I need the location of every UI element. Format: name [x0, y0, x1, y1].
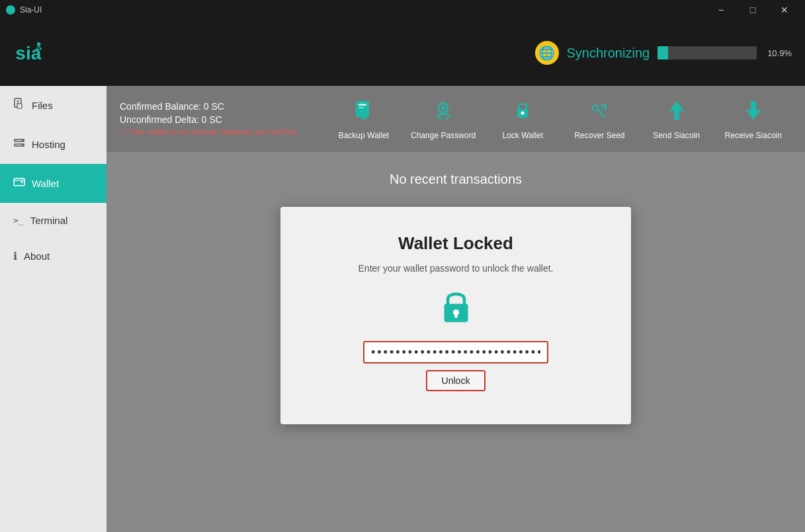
- sidebar: Files Hosting Wallet >_ Terminal ℹ Abo: [0, 86, 106, 532]
- locked-modal: Wallet Locked Enter your wallet password…: [280, 207, 631, 424]
- svg-point-25: [593, 105, 598, 110]
- wallet-icon: [13, 176, 25, 191]
- sync-percent: 10.9%: [767, 48, 792, 58]
- wallet-info: Confirmed Balance: 0 SC Unconfirmed Delt…: [106, 86, 312, 152]
- change-password-label: Change Password: [411, 131, 476, 140]
- warning-icon: ⚠: [120, 128, 127, 137]
- receive-siacoin-label: Receive Siacoin: [725, 131, 782, 140]
- lock-wallet-label: Lock Wallet: [502, 131, 543, 140]
- backup-wallet-label: Backup Wallet: [339, 131, 389, 140]
- sync-progress-fill: [657, 46, 668, 59]
- main-content: Confirmed Balance: 0 SC Unconfirmed Delt…: [106, 86, 805, 532]
- svg-marker-29: [745, 101, 761, 120]
- sidebar-item-wallet[interactable]: Wallet: [0, 164, 106, 203]
- sidebar-item-about[interactable]: ℹ About: [0, 238, 106, 274]
- svg-point-10: [22, 140, 23, 141]
- warning-text: Your wallet is not synced, balances are …: [130, 128, 299, 137]
- svg-point-0: [6, 5, 15, 15]
- window-controls: − □ ✕: [706, 0, 800, 20]
- svg-marker-28: [669, 101, 685, 120]
- lock-wallet-button[interactable]: Lock Wallet: [493, 98, 552, 140]
- password-input[interactable]: [363, 341, 548, 363]
- sync-progress-bar: [657, 46, 757, 59]
- globe-icon: 🌐: [535, 41, 559, 65]
- sia-logo: sia: [13, 36, 66, 69]
- change-password-icon: [431, 98, 455, 127]
- sidebar-item-hosting[interactable]: Hosting: [0, 125, 106, 164]
- svg-point-21: [439, 117, 441, 120]
- svg-rect-15: [356, 101, 369, 117]
- change-password-button[interactable]: Change Password: [411, 98, 476, 140]
- hosting-icon: [13, 137, 25, 152]
- backup-wallet-icon: [352, 98, 376, 127]
- wallet-actions: Backup Wallet Change Password Lock Walle…: [312, 86, 805, 152]
- svg-point-13: [21, 181, 23, 183]
- unconfirmed-delta: Unconfirmed Delta: 0 SC: [120, 114, 299, 125]
- svg-line-26: [597, 110, 605, 117]
- confirmed-balance: Confirmed Balance: 0 SC: [120, 101, 299, 112]
- lock-icon-container: [438, 287, 474, 329]
- receive-siacoin-icon: [741, 98, 765, 127]
- sync-warning: ⚠ Your wallet is not synced, balances ar…: [120, 128, 299, 137]
- app-icon: [5, 5, 16, 15]
- backup-wallet-button[interactable]: Backup Wallet: [334, 98, 394, 140]
- files-label: Files: [32, 100, 53, 111]
- app-title: Sia-UI: [20, 5, 706, 15]
- recover-seed-button[interactable]: Recover Seed: [570, 98, 629, 140]
- app-container: sia 🌐 Synchronizing 10.9% F: [0, 20, 805, 532]
- sidebar-item-terminal[interactable]: >_ Terminal: [0, 203, 106, 238]
- lock-wallet-icon: [511, 98, 534, 127]
- about-label: About: [24, 250, 50, 262]
- locked-title: Wallet Locked: [398, 233, 513, 254]
- maximize-button[interactable]: □: [738, 0, 768, 20]
- lock-large-icon: [438, 287, 474, 326]
- svg-rect-18: [359, 107, 364, 108]
- minimize-button[interactable]: −: [706, 0, 736, 20]
- unlock-button[interactable]: Unlock: [427, 371, 485, 390]
- no-transactions-label: No recent transactions: [390, 172, 522, 187]
- sia-logo-svg: sia: [13, 36, 66, 69]
- sync-label: Synchronizing: [567, 46, 650, 61]
- unlock-btn-wrapper: Unlock: [426, 370, 486, 391]
- svg-rect-9: [17, 104, 22, 108]
- send-siacoin-icon: [665, 98, 689, 127]
- transactions-area: No recent transactions Wallet Locked Ent…: [106, 152, 805, 532]
- close-button[interactable]: ✕: [769, 0, 800, 20]
- files-icon: [13, 98, 25, 113]
- svg-point-24: [521, 111, 525, 114]
- recover-seed-icon: [587, 98, 611, 127]
- recover-seed-label: Recover Seed: [574, 131, 624, 140]
- sync-area: 🌐 Synchronizing 10.9%: [535, 41, 792, 65]
- svg-point-2: [37, 42, 40, 46]
- send-siacoin-label: Send Siacoin: [653, 131, 700, 140]
- send-siacoin-button[interactable]: Send Siacoin: [647, 98, 706, 140]
- locked-subtitle: Enter your wallet password to unlock the…: [359, 263, 554, 274]
- svg-point-11: [22, 145, 23, 146]
- body-area: Files Hosting Wallet >_ Terminal ℹ Abo: [0, 86, 805, 532]
- about-icon: ℹ: [13, 250, 17, 262]
- svg-rect-32: [454, 314, 458, 318]
- sidebar-item-files[interactable]: Files: [0, 86, 106, 125]
- svg-point-20: [441, 106, 445, 110]
- svg-rect-17: [359, 104, 366, 106]
- topbar: sia 🌐 Synchronizing 10.9%: [0, 20, 805, 86]
- hosting-label: Hosting: [32, 139, 65, 150]
- wallet-label: Wallet: [32, 178, 59, 189]
- receive-siacoin-button[interactable]: Receive Siacoin: [724, 98, 783, 140]
- terminal-icon: >_: [13, 215, 24, 225]
- titlebar: Sia-UI − □ ✕: [0, 0, 805, 20]
- svg-point-22: [445, 117, 448, 120]
- svg-rect-12: [14, 178, 24, 186]
- terminal-label: Terminal: [30, 215, 68, 226]
- wallet-header: Confirmed Balance: 0 SC Unconfirmed Delt…: [106, 86, 805, 152]
- svg-text:sia: sia: [15, 43, 41, 63]
